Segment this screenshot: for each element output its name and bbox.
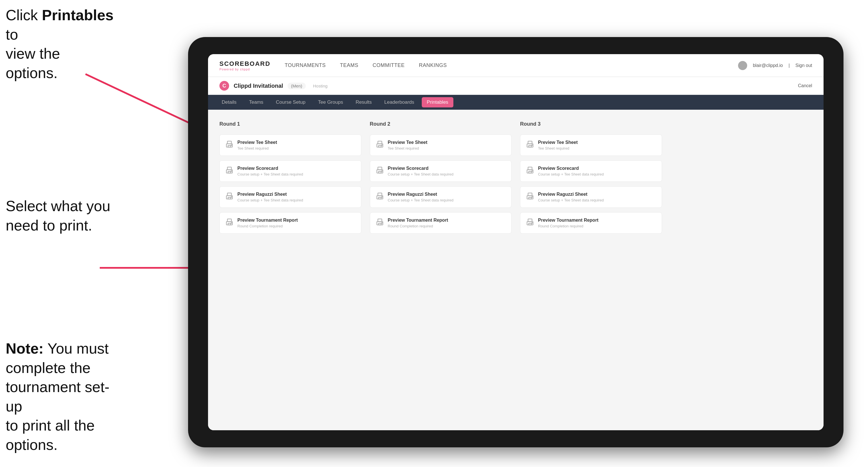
print-icon-7 [376, 192, 384, 200]
round3-tee-sheet-title: Preview Tee Sheet [538, 140, 578, 145]
round2-tee-sheet-subtitle: Tee Sheet required [388, 146, 428, 150]
subnav-results[interactable]: Results [350, 97, 377, 107]
nav-rankings[interactable]: RANKINGS [419, 61, 447, 70]
svg-rect-22 [378, 146, 381, 147]
svg-point-23 [381, 145, 382, 145]
print-icon-5 [376, 141, 384, 149]
svg-rect-42 [529, 172, 531, 173]
logo-subtitle: Powered by clippd [219, 67, 271, 71]
round2-scorecard-card[interactable]: Preview Scorecard Course setup + Tee She… [370, 160, 512, 182]
round1-scorecard-title: Preview Scorecard [237, 166, 303, 171]
subnav-details[interactable]: Details [217, 97, 242, 107]
annotation-bottom: Note: You mustcomplete thetournament set… [6, 339, 125, 455]
round1-tournament-report-subtitle: Round Completion required [237, 224, 298, 228]
tournament-name: Clippd Invitational [234, 83, 283, 89]
print-icon-10 [526, 166, 534, 175]
round2-tee-sheet-card[interactable]: Preview Tee Sheet Tee Sheet required [370, 134, 512, 156]
round2-raguzzi-subtitle: Course setup + Tee Sheet data required [388, 198, 454, 202]
round1-tournament-report-card[interactable]: Preview Tournament Report Round Completi… [219, 212, 361, 234]
nav-tournaments[interactable]: TOURNAMENTS [285, 61, 326, 70]
subnav-tee-groups[interactable]: Tee Groups [313, 97, 348, 107]
round3-raguzzi-title: Preview Raguzzi Sheet [538, 192, 604, 197]
svg-point-35 [381, 222, 382, 223]
round1-tournament-report-title: Preview Tournament Report [237, 218, 298, 223]
annotation-top: Click Printables toview the options. [6, 6, 114, 83]
svg-rect-32 [378, 219, 382, 221]
round3-tee-sheet-subtitle: Tee Sheet required [538, 146, 578, 150]
round1-raguzzi-card[interactable]: Preview Raguzzi Sheet Course setup + Tee… [219, 186, 361, 208]
svg-rect-50 [529, 223, 531, 225]
tournament-badge: (Men) [287, 83, 306, 89]
svg-rect-8 [227, 167, 231, 169]
print-icon-8 [376, 218, 384, 226]
annotation-middle: Select what youneed to print. [6, 196, 110, 235]
logo-area: SCOREBOARD Powered by clippd [219, 60, 271, 71]
round1-scorecard-card[interactable]: Preview Scorecard Course setup + Tee She… [219, 160, 361, 182]
svg-rect-26 [378, 172, 381, 173]
round3-raguzzi-subtitle: Course setup + Tee Sheet data required [538, 198, 604, 202]
round2-tee-sheet-info: Preview Tee Sheet Tee Sheet required [388, 140, 428, 150]
content-area: Round 1 Preview Tee Sheet Tee Sheet requ… [208, 110, 824, 430]
tablet-screen: SCOREBOARD Powered by clippd TOURNAMENTS… [208, 54, 824, 430]
round-3-column: Round 3 Preview Tee Sheet Tee Sheet requ… [520, 121, 662, 234]
round-1-column: Round 1 Preview Tee Sheet Tee Sheet requ… [219, 121, 361, 234]
round1-scorecard-info: Preview Scorecard Course setup + Tee She… [237, 166, 303, 176]
round3-tournament-report-card[interactable]: Preview Tournament Report Round Completi… [520, 212, 662, 234]
svg-rect-28 [378, 193, 382, 195]
top-nav-right: blair@clippd.io | Sign out [738, 61, 812, 70]
svg-rect-44 [528, 193, 532, 195]
tournament-title-row: C Clippd Invitational (Men) Hosting [219, 81, 328, 91]
svg-point-51 [532, 222, 532, 223]
print-icon-12 [526, 218, 534, 226]
print-icon-2 [225, 166, 234, 175]
svg-rect-18 [228, 223, 230, 225]
round3-scorecard-info: Preview Scorecard Course setup + Tee She… [538, 166, 604, 176]
round-3-header: Round 3 [520, 121, 662, 127]
svg-point-47 [532, 196, 532, 197]
svg-rect-14 [228, 197, 230, 199]
round3-scorecard-card[interactable]: Preview Scorecard Course setup + Tee She… [520, 160, 662, 182]
svg-rect-16 [227, 219, 231, 221]
svg-point-7 [231, 145, 232, 145]
round1-raguzzi-info: Preview Raguzzi Sheet Course setup + Tee… [237, 192, 303, 202]
subnav-teams[interactable]: Teams [244, 97, 269, 107]
round3-tee-sheet-card[interactable]: Preview Tee Sheet Tee Sheet required [520, 134, 662, 156]
svg-rect-6 [228, 146, 230, 147]
sub-nav: Details Teams Course Setup Tee Groups Re… [208, 95, 824, 110]
round2-tournament-report-title: Preview Tournament Report [388, 218, 448, 223]
round1-tee-sheet-info: Preview Tee Sheet Tee Sheet required [237, 140, 277, 150]
round3-raguzzi-card[interactable]: Preview Raguzzi Sheet Course setup + Tee… [520, 186, 662, 208]
logo-title: SCOREBOARD [219, 60, 271, 67]
round-1-header: Round 1 [219, 121, 361, 127]
nav-committee[interactable]: COMMITTEE [373, 61, 405, 70]
user-email: blair@clippd.io [753, 63, 783, 68]
subnav-course-setup[interactable]: Course Setup [271, 97, 311, 107]
cancel-button[interactable]: Cancel [798, 83, 812, 88]
nav-teams[interactable]: TEAMS [340, 61, 359, 70]
svg-rect-46 [529, 197, 531, 199]
svg-rect-34 [378, 223, 381, 225]
round2-tournament-report-subtitle: Round Completion required [388, 224, 448, 228]
tournament-logo: C [219, 81, 229, 91]
round2-raguzzi-card[interactable]: Preview Raguzzi Sheet Course setup + Tee… [370, 186, 512, 208]
print-icon-4 [225, 218, 234, 226]
sign-out-link[interactable]: Sign out [795, 63, 812, 68]
rounds-grid: Round 1 Preview Tee Sheet Tee Sheet requ… [219, 121, 812, 234]
round1-tee-sheet-card[interactable]: Preview Tee Sheet Tee Sheet required [219, 134, 361, 156]
round3-tournament-report-subtitle: Round Completion required [538, 224, 598, 228]
svg-rect-4 [227, 141, 231, 144]
round2-scorecard-title: Preview Scorecard [388, 166, 454, 171]
subnav-leaderboards[interactable]: Leaderboards [379, 97, 420, 107]
svg-point-39 [532, 145, 532, 145]
tournament-header: C Clippd Invitational (Men) Hosting Canc… [208, 77, 824, 95]
svg-point-19 [231, 222, 232, 223]
round-2-header: Round 2 [370, 121, 512, 127]
hosting-badge: Hosting [313, 84, 328, 88]
round2-tournament-report-card[interactable]: Preview Tournament Report Round Completi… [370, 212, 512, 234]
round3-tournament-report-info: Preview Tournament Report Round Completi… [538, 218, 598, 228]
user-avatar [738, 61, 747, 70]
print-icon-3 [225, 192, 234, 200]
svg-rect-48 [528, 219, 532, 221]
subnav-printables[interactable]: Printables [422, 97, 454, 107]
print-icon [225, 141, 234, 149]
